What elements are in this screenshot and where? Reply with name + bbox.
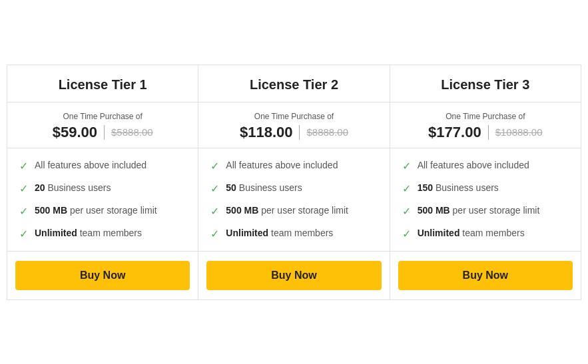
feature-text-tier3-1: 150 Business users — [418, 182, 499, 195]
price-row-tier1: $59.00$5888.00 — [15, 124, 190, 141]
plan-card-tier2: License Tier 2One Time Purchase of$118.0… — [198, 65, 390, 299]
check-icon-tier3-2: ✓ — [402, 205, 411, 218]
feature-item-tier3-0: ✓All features above included — [402, 159, 569, 172]
plan-footer-tier2: Buy Now — [198, 251, 389, 299]
feature-item-tier1-3: ✓Unlimited team members — [19, 227, 186, 240]
feature-text-tier3-0: All features above included — [418, 159, 529, 172]
price-divider-tier1 — [104, 125, 105, 140]
check-icon-tier3-0: ✓ — [402, 160, 411, 172]
feature-text-tier1-3: Unlimited team members — [35, 227, 142, 240]
feature-text-tier2-0: All features above included — [226, 159, 338, 172]
plan-card-tier3: License Tier 3One Time Purchase of$177.0… — [390, 65, 581, 299]
check-icon-tier1-2: ✓ — [19, 205, 28, 218]
check-icon-tier2-3: ✓ — [210, 228, 219, 240]
feature-text-tier1-0: All features above included — [35, 159, 147, 172]
feature-item-tier1-2: ✓500 MB per user storage limit — [19, 204, 186, 218]
feature-item-tier1-1: ✓20 Business users — [19, 182, 186, 195]
plan-pricing-tier1: One Time Purchase of$59.00$5888.00 — [7, 102, 198, 148]
feature-text-tier2-3: Unlimited team members — [226, 227, 333, 240]
check-icon-tier3-1: ✓ — [402, 182, 411, 195]
check-icon-tier1-0: ✓ — [19, 160, 28, 172]
plan-card-tier1: License Tier 1One Time Purchase of$59.00… — [7, 65, 198, 299]
feature-text-tier2-2: 500 MB per user storage limit — [226, 204, 348, 218]
feature-text-tier3-3: Unlimited team members — [418, 227, 525, 240]
pricing-container: License Tier 1One Time Purchase of$59.00… — [7, 65, 581, 300]
plan-footer-tier1: Buy Now — [7, 251, 198, 299]
feature-item-tier3-2: ✓500 MB per user storage limit — [402, 204, 569, 218]
feature-item-tier2-1: ✓50 Business users — [210, 182, 377, 195]
check-icon-tier3-3: ✓ — [402, 228, 411, 240]
plan-header-tier1: License Tier 1 — [7, 65, 198, 102]
buy-button-tier1[interactable]: Buy Now — [15, 261, 190, 290]
feature-text-tier2-1: 50 Business users — [226, 182, 302, 195]
plan-title-tier3: License Tier 3 — [398, 77, 573, 92]
feature-item-tier1-0: ✓All features above included — [19, 159, 186, 172]
original-price-tier3: $10888.00 — [495, 126, 543, 138]
plan-features-tier2: ✓All features above included✓50 Business… — [198, 148, 389, 251]
check-icon-tier2-0: ✓ — [210, 160, 219, 172]
feature-item-tier3-1: ✓150 Business users — [402, 182, 569, 195]
feature-item-tier2-2: ✓500 MB per user storage limit — [210, 204, 377, 218]
plan-header-tier3: License Tier 3 — [390, 65, 581, 102]
original-price-tier2: $8888.00 — [306, 126, 348, 138]
check-icon-tier1-3: ✓ — [19, 228, 28, 240]
plan-header-tier2: License Tier 2 — [198, 65, 389, 102]
one-time-label-tier2: One Time Purchase of — [206, 112, 381, 121]
feature-text-tier1-1: 20 Business users — [35, 182, 111, 195]
current-price-tier2: $118.00 — [240, 124, 293, 141]
one-time-label-tier3: One Time Purchase of — [398, 112, 573, 121]
price-row-tier3: $177.00$10888.00 — [398, 124, 573, 141]
price-divider-tier3 — [488, 125, 489, 140]
plan-title-tier1: License Tier 1 — [15, 77, 190, 92]
check-icon-tier2-2: ✓ — [210, 205, 219, 218]
plan-pricing-tier3: One Time Purchase of$177.00$10888.00 — [390, 102, 581, 148]
feature-item-tier2-0: ✓All features above included — [210, 159, 377, 172]
one-time-label-tier1: One Time Purchase of — [15, 112, 190, 121]
plan-footer-tier3: Buy Now — [390, 251, 581, 299]
price-divider-tier2 — [299, 125, 300, 140]
feature-item-tier3-3: ✓Unlimited team members — [402, 227, 569, 240]
plan-features-tier3: ✓All features above included✓150 Busines… — [390, 148, 581, 251]
buy-button-tier2[interactable]: Buy Now — [206, 261, 381, 290]
feature-text-tier3-2: 500 MB per user storage limit — [418, 204, 540, 218]
current-price-tier1: $59.00 — [53, 124, 97, 141]
plan-title-tier2: License Tier 2 — [206, 77, 381, 92]
feature-text-tier1-2: 500 MB per user storage limit — [35, 204, 157, 218]
plan-pricing-tier2: One Time Purchase of$118.00$8888.00 — [198, 102, 389, 148]
current-price-tier3: $177.00 — [428, 124, 481, 141]
plan-features-tier1: ✓All features above included✓20 Business… — [7, 148, 198, 251]
check-icon-tier1-1: ✓ — [19, 182, 28, 195]
price-row-tier2: $118.00$8888.00 — [206, 124, 381, 141]
original-price-tier1: $5888.00 — [111, 126, 153, 138]
feature-item-tier2-3: ✓Unlimited team members — [210, 227, 377, 240]
check-icon-tier2-1: ✓ — [210, 182, 219, 195]
buy-button-tier3[interactable]: Buy Now — [398, 261, 573, 290]
